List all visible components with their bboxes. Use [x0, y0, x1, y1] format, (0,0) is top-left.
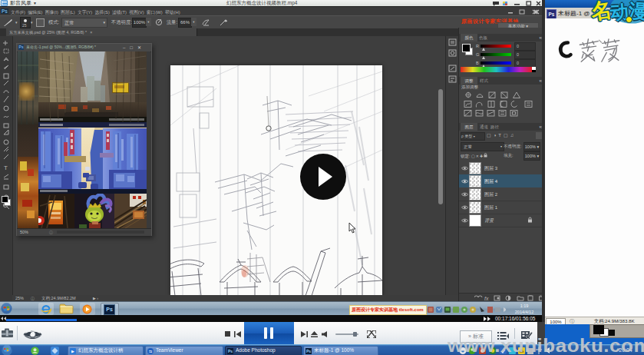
svg-text:T: T: [4, 164, 8, 171]
svg-text:fx: fx: [484, 296, 489, 301]
